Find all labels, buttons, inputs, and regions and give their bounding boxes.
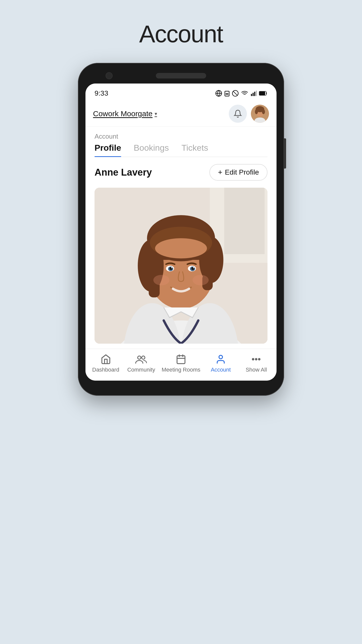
tabs-row: Profile Bookings Tickets (95, 143, 267, 157)
simcard-icon (224, 90, 230, 97)
section-label: Account (95, 133, 267, 140)
status-bar: 9:33 (85, 84, 277, 101)
phone-top (85, 73, 277, 78)
bottom-nav: Dashboard Community Meeting Rooms (85, 349, 277, 381)
svg-rect-13 (259, 92, 265, 95)
phone-frame: 9:33 (78, 63, 284, 396)
notifications-button[interactable] (229, 105, 247, 123)
nav-account-label: Account (211, 367, 231, 373)
profile-name: Anne Lavery (95, 167, 152, 178)
svg-rect-10 (254, 92, 255, 96)
svg-point-43 (193, 267, 194, 268)
top-nav: Cowork Moorgate ▾ (85, 101, 277, 127)
calendar-icon (176, 354, 186, 365)
svg-rect-22 (224, 188, 265, 254)
svg-point-45 (193, 275, 209, 285)
battery-icon (259, 91, 267, 96)
svg-point-47 (142, 356, 145, 359)
wifi-icon (241, 90, 248, 97)
chevron-down-icon: ▾ (155, 111, 157, 117)
content-area: Account Profile Bookings Tickets (85, 127, 277, 157)
profile-section: Anne Lavery + Edit Profile (85, 157, 277, 349)
svg-point-17 (255, 109, 258, 114)
nav-dashboard-label: Dashboard (92, 367, 119, 373)
workspace-label: Cowork Moorgate (93, 109, 153, 118)
svg-point-55 (259, 358, 260, 360)
tab-bookings[interactable]: Bookings (134, 143, 169, 157)
globe-icon (215, 90, 222, 97)
nav-community[interactable]: Community (126, 354, 156, 373)
svg-rect-48 (177, 356, 185, 364)
nav-show-all[interactable]: Show All (241, 354, 271, 373)
svg-rect-11 (256, 91, 257, 96)
phone-camera (106, 72, 113, 79)
svg-point-46 (138, 356, 141, 359)
svg-point-35 (155, 238, 207, 258)
phone-speaker (156, 73, 206, 78)
workspace-selector[interactable]: Cowork Moorgate ▾ (93, 109, 157, 118)
person-icon (215, 354, 226, 365)
tab-profile[interactable]: Profile (95, 143, 121, 157)
blocked-icon (232, 90, 239, 97)
nav-community-label: Community (127, 367, 155, 373)
phone-screen: 9:33 (85, 84, 277, 381)
profile-photo (95, 188, 267, 344)
tab-tickets[interactable]: Tickets (182, 143, 208, 157)
community-icon (135, 354, 147, 365)
svg-point-42 (171, 267, 172, 268)
svg-point-18 (262, 109, 265, 114)
dots-icon (251, 354, 261, 365)
profile-header: Anne Lavery + Edit Profile (95, 164, 267, 181)
svg-rect-8 (251, 94, 252, 96)
nav-account[interactable]: Account (206, 354, 236, 373)
svg-point-44 (153, 275, 169, 285)
side-button (284, 138, 286, 169)
edit-profile-label: Edit Profile (225, 168, 259, 176)
nav-meeting-rooms-label: Meeting Rooms (162, 367, 200, 373)
home-icon (101, 354, 111, 365)
svg-rect-9 (253, 93, 254, 96)
page-title: Account (139, 20, 223, 48)
svg-point-54 (256, 358, 257, 360)
status-time: 9:33 (95, 89, 108, 97)
user-avatar[interactable] (251, 105, 269, 123)
plus-icon: + (218, 168, 222, 177)
nav-right-icons (229, 105, 269, 123)
status-icons (215, 90, 267, 97)
svg-line-7 (233, 91, 237, 95)
nav-show-all-label: Show All (246, 367, 267, 373)
nav-meeting-rooms[interactable]: Meeting Rooms (162, 354, 200, 373)
svg-point-53 (252, 358, 254, 360)
nav-dashboard[interactable]: Dashboard (91, 354, 121, 373)
edit-profile-button[interactable]: + Edit Profile (209, 164, 267, 181)
signal-icon (250, 90, 257, 97)
svg-point-52 (219, 355, 222, 359)
bell-icon (234, 109, 242, 118)
